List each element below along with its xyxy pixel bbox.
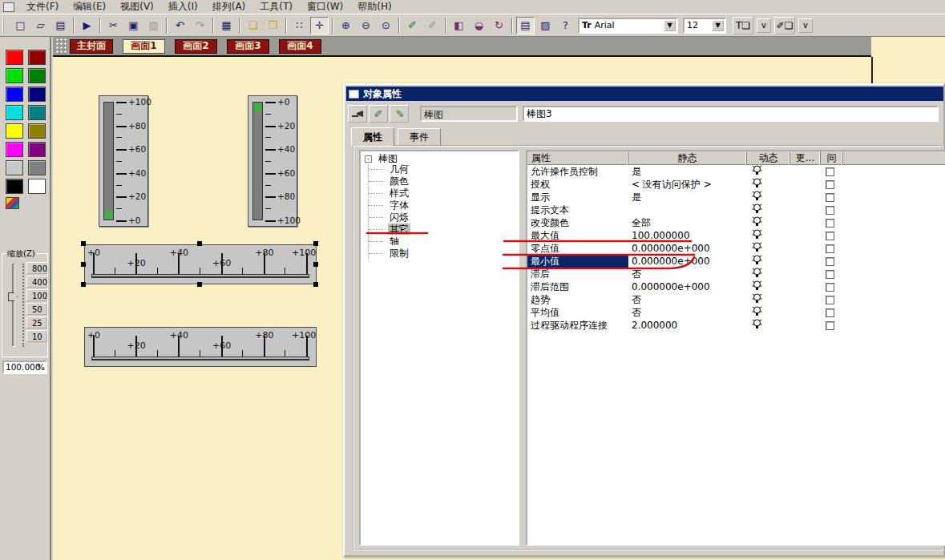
edit-points-button[interactable]: ✐ [403,17,422,34]
dynamic-bulb-icon[interactable] [752,318,762,332]
column-header-4[interactable]: 间 [821,151,843,165]
selection-handle[interactable] [81,241,86,246]
zoom-level-10-button[interactable]: 10 [26,330,47,342]
line-color-button[interactable]: ✐❏ [774,17,795,34]
indirect-checkbox[interactable] [826,321,834,330]
indirect-checkbox[interactable] [826,167,834,176]
indirect-checkbox[interactable] [826,244,834,253]
arrow-pencil-button[interactable]: ✐ [369,105,388,123]
edit-points-alt-button[interactable]: ✐ [423,17,442,34]
zoom-slider-thumb[interactable] [8,292,18,301]
zoom-level-50-button[interactable]: 50 [26,303,47,315]
indirect-checkbox[interactable] [826,270,834,279]
send-to-back-button[interactable]: ❐ [264,17,282,34]
font-size-combo[interactable]: 12 ▼ [683,18,726,34]
color-swatch-15[interactable] [28,179,46,194]
tree-item-几何[interactable]: 几何 [361,163,518,175]
color-swatch-12[interactable] [6,160,23,175]
rotate-button[interactable]: ↻ [490,17,508,34]
object-properties-button[interactable]: ▤ [516,17,535,34]
color-swatch-0[interactable] [6,50,23,65]
menu-item-编辑[interactable]: 编辑(E) [66,0,113,13]
color-swatch-6[interactable] [6,105,23,120]
tree-item-颜色[interactable]: 颜色 [361,175,518,187]
property-row-平均值[interactable]: 平均值否 [527,306,945,319]
library-button[interactable]: ▨ [536,17,555,34]
property-row-改变颜色[interactable]: 改变颜色全部 [527,216,945,229]
property-row-显示[interactable]: 显示是 [527,191,945,203]
menu-item-工具[interactable]: 工具(T) [252,0,300,13]
cut-button[interactable]: ✂ [104,17,123,34]
save-button[interactable]: ▤ [51,17,70,34]
property-row-滞后[interactable]: 滞后否 [527,268,945,280]
tree-root-item[interactable]: - 棒图 [361,151,518,163]
flip-horizontal-button[interactable]: ◧ [450,17,468,34]
column-header-3[interactable]: 更... [790,151,821,165]
zoom-level-400-button[interactable]: 400 [26,276,47,288]
tree-item-限制[interactable]: 限制 [361,248,518,260]
run-button[interactable]: ▶ [78,17,96,34]
print-button[interactable]: ▦ [217,17,236,34]
bring-to-front-button[interactable]: ❏ [244,17,262,34]
bar-gauge-vertical-2[interactable]: +0+20+40+60+80+100 [248,95,297,227]
selection-handle[interactable] [81,282,86,287]
selection-handle[interactable] [197,282,202,287]
object-name-input[interactable] [523,106,939,122]
column-header-2[interactable]: 动态 [747,151,790,165]
indirect-checkbox[interactable] [826,283,834,292]
font-family-combo[interactable]: Tr Arial ▼ [578,18,678,34]
color-swatch-13[interactable] [28,160,46,175]
page-tab-画面4[interactable]: 画面4 [279,39,321,54]
zoom-out-button[interactable]: ⊖ [357,17,375,34]
new-button[interactable]: □ [11,17,30,34]
tree-item-闪烁[interactable]: 闪烁 [361,212,518,224]
dialog-titlebar[interactable]: 对象属性 [346,87,943,101]
color-swatch-4[interactable] [6,87,23,102]
bar-gauge-horizontal-3[interactable]: +0+20+40+60+80+100 [84,244,317,284]
cascade-pencil-button[interactable]: ✐ [390,105,409,123]
pin-button[interactable] [348,105,367,123]
font-combo-arrow[interactable]: ▼ [664,20,676,31]
redo-button[interactable]: ↷ [191,17,209,34]
tabstrip-grip[interactable] [55,38,67,54]
font-color-dropdown[interactable]: v [757,18,771,33]
color-swatch-14[interactable] [6,179,23,194]
tree-item-样式[interactable]: 样式 [361,187,518,199]
color-swatch-3[interactable] [28,68,46,83]
copy-button[interactable]: ▣ [124,17,143,34]
dialog-tab-事件[interactable]: 事件 [398,128,441,145]
snap-button[interactable]: ✛ [310,17,329,34]
color-swatch-2[interactable] [6,68,23,83]
menu-item-文件[interactable]: 文件(F) [19,0,66,13]
tree-collapse-icon[interactable]: - [365,155,372,163]
column-header-0[interactable]: 属性 [527,151,628,165]
menu-item-窗口[interactable]: 窗口(W) [300,0,350,13]
font-size-arrow[interactable]: ▼ [712,20,724,31]
color-swatch-7[interactable] [28,105,46,120]
line-color-dropdown[interactable]: v [798,18,813,33]
palette-icon[interactable] [6,197,19,209]
indirect-checkbox[interactable] [826,206,834,215]
menu-item-视图[interactable]: 视图(V) [113,0,161,13]
indirect-checkbox[interactable] [826,219,834,228]
selection-handle[interactable] [81,262,86,267]
open-button[interactable]: ▱ [31,17,50,34]
column-header-1[interactable]: 静态 [628,151,747,165]
zoom-select-button[interactable]: ⊙ [377,17,395,34]
property-row-提示文本[interactable]: 提示文本 [527,203,945,216]
indirect-checkbox[interactable] [826,308,834,317]
zoom-level-100-button[interactable]: 100 [26,289,47,301]
indirect-checkbox[interactable] [826,193,834,202]
color-swatch-11[interactable] [28,142,46,157]
selection-handle[interactable] [313,282,318,287]
undo-button[interactable]: ↶ [171,17,189,34]
property-row-过程驱动程序连接[interactable]: 过程驱动程序连接2.000000 [527,319,945,332]
selection-handle[interactable] [313,262,318,267]
property-row-零点值[interactable]: 零点值0.000000e+000 [527,242,945,255]
indirect-checkbox[interactable] [826,296,834,304]
indirect-checkbox[interactable] [826,257,834,266]
color-swatch-10[interactable] [6,142,23,157]
help-pointer-button[interactable]: ? [556,17,575,34]
zoom-value-field[interactable]: 100.000 % [2,361,47,374]
bar-gauge-vertical-1[interactable]: +100+80+60+40+20+0 [99,95,148,227]
